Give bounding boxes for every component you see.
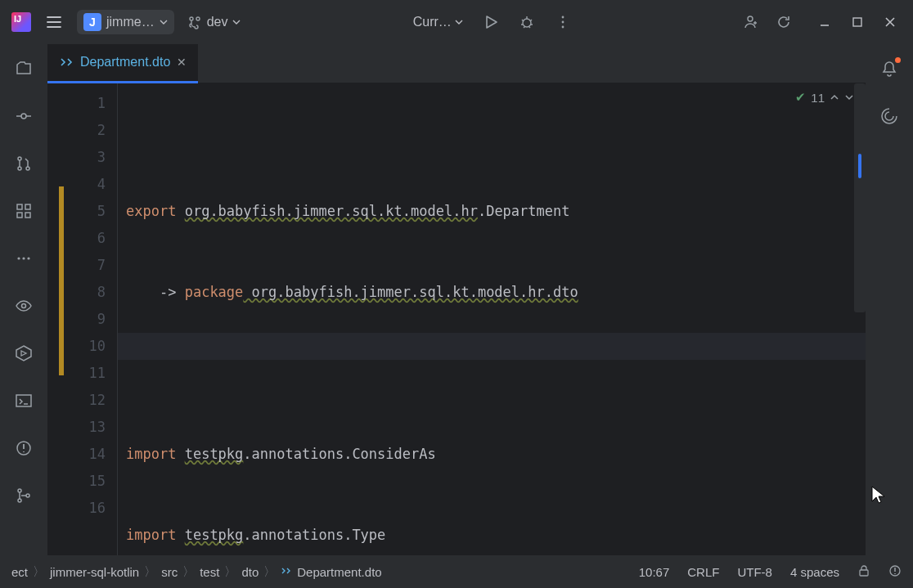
chevron-down-icon[interactable] [844, 92, 854, 102]
branch-icon [187, 15, 202, 29]
tab-department-dto[interactable]: Department.dto ✕ [47, 44, 198, 83]
ide-logo-icon [11, 12, 31, 32]
status-problems-icon[interactable] [888, 564, 902, 580]
breadcrumb-separator-icon: 〉 [263, 564, 276, 580]
line-number[interactable]: 14 [52, 441, 106, 468]
line-number[interactable]: 2 [52, 117, 106, 144]
line-number[interactable]: 16 [52, 495, 106, 522]
top-toolbar: J jimme… dev Curr… [0, 0, 913, 44]
close-tab-button[interactable]: ✕ [177, 56, 187, 69]
breadcrumb-separator-icon: 〉 [144, 564, 156, 580]
services-tool-button[interactable] [9, 339, 38, 368]
ai-assistant-button[interactable] [875, 101, 904, 131]
code-with-me-button[interactable] [736, 7, 766, 37]
breadcrumb-item[interactable]: Department.dto [297, 565, 381, 579]
svg-point-17 [22, 304, 26, 308]
line-number[interactable]: 1 [52, 90, 106, 117]
svg-point-20 [18, 489, 21, 492]
line-separator[interactable]: CRLF [687, 565, 719, 579]
breadcrumb-item[interactable]: src [161, 565, 178, 579]
breadcrumb-item[interactable]: jimmer-sql-kotlin [50, 565, 139, 579]
inspection-widget[interactable]: ✔ 11 [795, 90, 854, 105]
scrollbar-track[interactable] [854, 83, 866, 312]
left-tool-strip [0, 44, 47, 555]
commit-tool-button[interactable] [9, 101, 38, 131]
more-tools-button[interactable] [9, 244, 38, 273]
dto-file-icon [281, 565, 292, 579]
file-encoding[interactable]: UTF-8 [737, 565, 772, 579]
run-config-dropdown[interactable]: Curr… [407, 11, 470, 33]
project-letter-icon: J [83, 13, 101, 31]
breadcrumbs: ect〉jimmer-sql-kotlin〉src〉test〉dto〉Depar… [11, 564, 382, 580]
minimize-button[interactable] [810, 7, 839, 37]
breadcrumb-item[interactable]: dto [241, 565, 259, 579]
vcs-tool-button[interactable] [9, 481, 38, 510]
svg-point-8 [18, 167, 21, 170]
reload-button[interactable] [769, 7, 798, 37]
svg-point-21 [18, 499, 21, 502]
maximize-button[interactable] [843, 7, 872, 37]
structure-tool-button[interactable] [9, 196, 38, 226]
terminal-tool-button[interactable] [9, 386, 38, 415]
pull-requests-tool-button[interactable] [9, 149, 38, 178]
status-bar: ect〉jimmer-sql-kotlin〉src〉test〉dto〉Depar… [0, 555, 913, 588]
line-number[interactable]: 15 [52, 468, 106, 495]
notifications-button[interactable] [875, 54, 904, 83]
tab-label: Department.dto [80, 55, 170, 70]
code-content[interactable]: export org.babyfish.jimmer.sql.kt.model.… [118, 83, 866, 555]
svg-point-9 [26, 167, 29, 170]
breadcrumb-item[interactable]: test [200, 565, 219, 579]
chevron-down-icon [455, 18, 463, 26]
svg-rect-13 [25, 213, 30, 218]
svg-rect-18 [16, 395, 31, 406]
problems-tool-button[interactable] [9, 433, 38, 463]
run-button[interactable] [476, 7, 506, 37]
svg-point-22 [26, 494, 29, 497]
debug-button[interactable] [512, 7, 542, 37]
svg-point-1 [561, 16, 564, 19]
change-marker[interactable] [59, 186, 64, 375]
svg-point-0 [523, 19, 531, 27]
editor-tabs: Department.dto ✕ [47, 44, 866, 83]
code-editor[interactable]: 12345678910111213141516 export org.babyf… [47, 83, 866, 555]
svg-point-6 [21, 114, 26, 119]
main-menu-button[interactable] [38, 6, 70, 38]
scrollbar-marker [858, 154, 861, 178]
project-name-label: jimme… [106, 15, 155, 29]
breadcrumb-item[interactable]: ect [11, 565, 28, 579]
indent-setting[interactable]: 4 spaces [790, 565, 839, 579]
line-number[interactable]: 3 [52, 144, 106, 171]
svg-point-15 [22, 257, 25, 259]
breadcrumb-separator-icon: 〉 [182, 564, 195, 580]
svg-rect-10 [17, 204, 22, 209]
svg-point-4 [748, 16, 753, 21]
svg-rect-11 [25, 204, 30, 209]
line-number[interactable]: 12 [52, 387, 106, 414]
chevron-down-icon [160, 18, 168, 26]
inspection-count: 11 [811, 91, 825, 105]
notification-dot-icon [895, 57, 901, 63]
chevron-down-icon [232, 18, 241, 26]
svg-point-16 [27, 257, 29, 259]
breadcrumb-separator-icon: 〉 [224, 564, 236, 580]
svg-rect-23 [860, 570, 868, 576]
gutter-line-numbers: 12345678910111213141516 [47, 83, 118, 555]
project-dropdown[interactable]: J jimme… [77, 10, 174, 34]
branch-label: dev [207, 15, 228, 29]
svg-point-3 [561, 26, 564, 29]
chevron-up-icon[interactable] [830, 92, 839, 102]
svg-rect-5 [853, 18, 861, 26]
close-window-button[interactable] [875, 7, 905, 37]
readonly-toggle[interactable] [857, 564, 870, 580]
git-branch-dropdown[interactable]: dev [181, 11, 248, 33]
right-tool-strip [866, 44, 913, 555]
view-tool-button[interactable] [9, 291, 38, 321]
svg-point-2 [561, 21, 564, 24]
check-icon: ✔ [795, 90, 806, 105]
cursor-position[interactable]: 10:67 [639, 565, 670, 579]
project-tool-button[interactable] [9, 54, 38, 83]
svg-rect-12 [17, 213, 22, 218]
run-config-label: Curr… [413, 15, 452, 29]
more-actions-button[interactable] [548, 7, 578, 37]
line-number[interactable]: 13 [52, 414, 106, 441]
